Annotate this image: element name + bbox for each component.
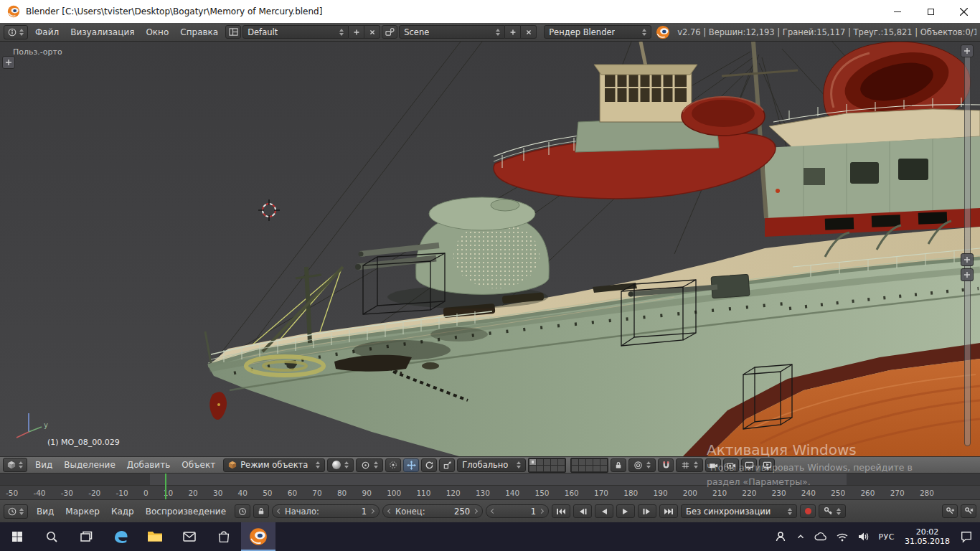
decrement-icon[interactable] [277,509,282,514]
close-button[interactable] [947,0,980,23]
action-center-button[interactable] [956,522,977,551]
menu-item[interactable]: Объект [176,460,221,470]
play-reverse-button[interactable] [595,504,613,518]
taskbar-clock[interactable]: 20:02 31.05.2018 [899,527,956,546]
layer-toggle[interactable] [544,466,550,471]
decrement-icon[interactable] [491,509,496,514]
layer-toggle[interactable] [586,466,593,471]
current-frame-field[interactable]: 1 [486,504,549,518]
increment-icon[interactable] [473,509,478,514]
menu-item[interactable]: Кадр [105,507,140,517]
use-preview-range-toggle[interactable] [235,504,250,518]
menu-item[interactable]: Файл [29,27,65,37]
timeline-canvas[interactable] [0,474,980,485]
layer-toggle[interactable] [558,466,565,471]
scene-selector[interactable]: Scene [399,25,505,39]
layer-toggle[interactable] [529,459,536,465]
viewport-render-button[interactable] [741,458,757,472]
layer-toggle[interactable] [572,466,578,471]
layer-toggle[interactable] [572,459,578,465]
sync-mode-selector[interactable]: Без синхронизации [681,504,797,518]
start-frame-field[interactable]: Начало: 1 [272,504,380,518]
previous-keyframe-button[interactable] [573,504,592,518]
add-scene-button[interactable] [505,25,521,39]
viewport-shading-selector[interactable] [327,458,354,472]
layer-toggle[interactable] [593,459,600,465]
play-button[interactable] [616,504,635,518]
proportional-edit-selector[interactable] [628,458,656,472]
render-opengl-animation-button[interactable] [723,458,739,472]
menu-item[interactable]: Справка [174,27,224,37]
snap-toggle[interactable] [658,458,674,472]
transform-orientation-selector[interactable]: Глобально [457,458,526,472]
add-layout-button[interactable] [349,25,364,39]
jump-to-end-button[interactable] [659,504,678,518]
manipulator-rotate-toggle[interactable] [421,458,437,472]
mode-selector[interactable]: Режим объекта [223,458,325,472]
mail-button[interactable] [172,522,207,551]
delete-scene-button[interactable] [521,25,537,39]
insert-keyframes-button[interactable] [942,504,958,518]
layer-toggle[interactable] [593,466,600,471]
layer-toggle[interactable] [537,466,543,471]
menu-item[interactable]: Вид [29,460,58,470]
people-button[interactable] [770,522,791,551]
snap-element-selector[interactable] [676,458,703,472]
menu-item[interactable]: Добавить [121,460,176,470]
timeline-ruler[interactable]: -50-40-30-20-100102030405060708090100110… [0,485,980,499]
store-button[interactable] [207,522,241,551]
menu-item[interactable]: Окно [140,27,174,37]
start-button[interactable] [0,522,34,551]
delete-keyframes-button[interactable] [961,504,976,518]
auto-keyframe-toggle[interactable] [800,504,816,518]
render-opengl-image-button[interactable] [705,458,721,472]
screen-layout-browse-button[interactable] [225,25,241,39]
lock-time-cursor-toggle[interactable] [253,504,269,518]
maximize-button[interactable] [914,0,947,23]
volume-tray-button[interactable] [853,522,874,551]
increment-icon[interactable] [539,509,544,514]
editor-type-selector-info[interactable] [4,25,28,39]
show-hidden-icons-button[interactable] [791,522,810,551]
layer-toggle[interactable] [544,459,550,465]
jump-to-start-button[interactable] [552,504,570,518]
lock-to-scene-toggle[interactable] [611,458,626,472]
keying-set-selector[interactable] [819,504,846,518]
3d-viewport[interactable]: Польз.-орто (1) MO_08_00.029 y [0,42,980,456]
taskbar-blender-button[interactable] [241,522,275,551]
pivot-align-toggle[interactable] [385,458,401,472]
scene-browse-button[interactable] [382,25,397,39]
editor-type-selector-timeline[interactable] [4,504,28,519]
region-expand-tab-2[interactable] [961,268,974,281]
task-view-button[interactable] [69,522,103,551]
pivot-point-selector[interactable] [356,458,383,472]
minimize-button[interactable] [881,0,914,23]
taskbar-edge-button[interactable] [103,522,138,551]
layer-toggle[interactable] [586,459,593,465]
manipulator-translate-toggle[interactable] [403,458,419,472]
layer-toggle[interactable] [579,466,585,471]
file-explorer-button[interactable] [138,522,172,551]
increment-icon[interactable] [369,509,374,514]
layer-toggle[interactable] [551,466,557,471]
viewport-render-animation-button[interactable] [759,458,775,472]
decrement-icon[interactable] [387,509,392,514]
manipulator-scale-toggle[interactable] [439,458,455,472]
layer-toggle[interactable] [529,466,536,471]
toolshelf-expand-tab[interactable] [2,56,15,69]
layer-toggle[interactable] [551,459,557,465]
language-indicator[interactable]: РУС [874,522,899,551]
screen-layout-selector[interactable]: Default [242,25,349,39]
layer-toggle[interactable] [537,459,543,465]
layer-toggle[interactable] [579,459,585,465]
end-frame-field[interactable]: Конец: 250 [382,504,483,518]
layer-toggle[interactable] [600,466,607,471]
region-expand-tab-1[interactable] [961,253,974,266]
menu-item[interactable]: Маркер [60,507,105,517]
cloud-tray-button[interactable] [810,522,831,551]
viewport-canvas[interactable] [0,42,980,456]
next-keyframe-button[interactable] [638,504,656,518]
network-tray-button[interactable] [831,522,853,551]
render-engine-selector[interactable]: Рендер Blender [544,25,651,39]
menu-item[interactable]: Воспроизведение [140,507,232,517]
